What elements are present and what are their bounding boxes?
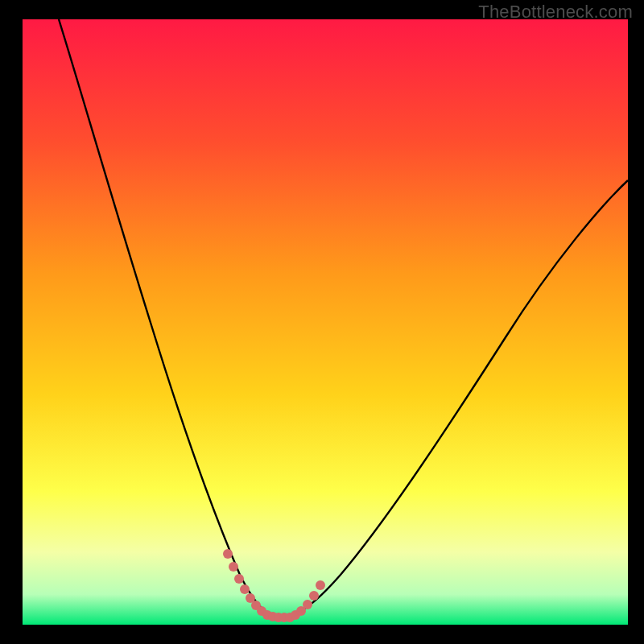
gradient-background	[23, 19, 628, 625]
svg-point-2	[234, 574, 244, 584]
svg-point-15	[309, 591, 319, 601]
svg-point-1	[229, 562, 238, 572]
plot-area	[23, 19, 628, 625]
chart-frame: TheBottleneck.com	[0, 0, 644, 644]
svg-point-3	[240, 584, 250, 594]
svg-point-0	[223, 549, 233, 559]
chart-svg	[23, 19, 628, 625]
svg-point-16	[316, 580, 325, 590]
svg-point-14	[303, 600, 312, 609]
